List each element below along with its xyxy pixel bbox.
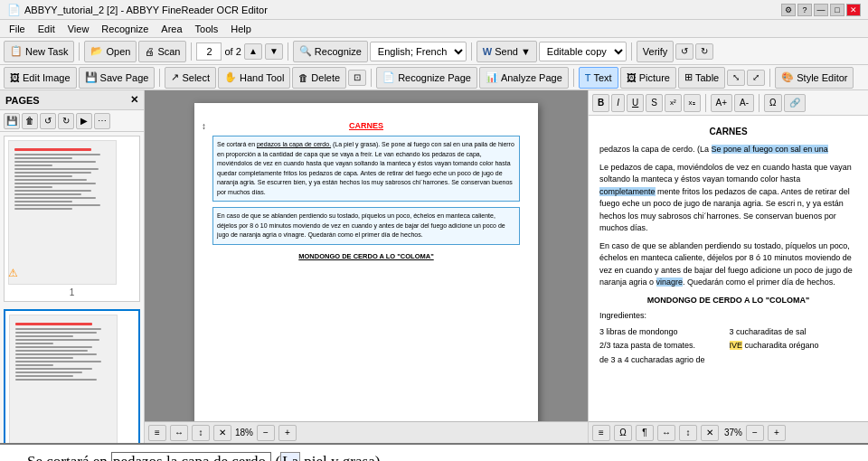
right-zoom-in-btn[interactable]: + [768,425,786,441]
save-page-button[interactable]: 💾 Save Page [79,67,156,89]
strikethrough-btn[interactable]: S [646,94,663,112]
right-special-char-btn[interactable]: Ω [614,425,632,441]
right-zoom-value: 37% [724,428,742,437]
menu-recognize[interactable]: Recognize [96,22,154,36]
large-text-preview: Se cortará en pedazos la capa de cerdo. … [0,443,868,461]
table-icon: ⊞ [684,71,693,83]
open-button[interactable]: 📂 Open [84,41,137,62]
help-btn[interactable]: ? [797,4,812,16]
close-pages-btn[interactable]: ✕ [130,94,138,106]
subscript-btn[interactable]: x₂ [684,94,701,112]
next-page-btn[interactable]: ▼ [265,43,283,60]
right-align-btn[interactable]: ≡ [592,425,610,441]
superscript-btn[interactable]: x² [665,94,682,112]
bold-btn[interactable]: B [592,94,609,112]
text-button[interactable]: T Text [579,67,618,89]
expand-btn[interactable]: ⤡ [727,70,745,86]
doc-text-block-2[interactable]: En caso de que se ablanden perdiendo su … [212,207,520,245]
special-char-btn[interactable]: Ω [764,94,781,112]
page-2-image [9,315,118,443]
rotate-left-btn[interactable]: ↺ [675,43,693,60]
redo-btn[interactable]: ↻ [58,113,74,129]
delete-button[interactable]: 🗑 Delete [292,67,346,89]
scan-button[interactable]: 🖨 Scan [138,41,186,62]
document-view[interactable]: ↕ CARNES Se cortará en pedazos la capa d… [145,90,588,421]
font-increase-btn[interactable]: A+ [711,94,733,112]
separator4 [471,42,472,61]
recognize-button[interactable]: 🔍 Recognize [293,41,368,62]
right-close2-btn[interactable]: ✕ [701,425,719,441]
text-icon: T [585,72,591,83]
link-btn[interactable]: 🔗 [784,94,806,112]
rotate-right-btn[interactable]: ↻ [695,43,713,60]
send-button[interactable]: W Send ▼ [476,41,537,62]
output-format-select[interactable]: Editable copy [539,42,627,61]
delete-page-btn[interactable]: 🗑 [22,113,38,129]
menu-view[interactable]: View [62,22,95,36]
font-decrease-btn[interactable]: A- [734,94,754,112]
shrink-btn[interactable]: ⤢ [747,70,765,86]
scan-icon: 🖨 [145,46,155,57]
center-align-btn[interactable]: ≡ [148,425,166,441]
right-fit-btn[interactable]: ↔ [657,425,675,441]
language-select[interactable]: English; French [370,42,467,61]
center-zoom-fit-btn[interactable]: ↔ [170,425,188,441]
picture-button[interactable]: 🖼 Picture [620,67,676,89]
center-zoom-in-btn[interactable]: + [278,425,297,441]
underline-btn[interactable]: U [627,94,644,112]
menu-file[interactable]: File [4,22,31,36]
italic-btn[interactable]: I [611,94,625,112]
maximize-btn[interactable]: □ [830,4,844,16]
pages-panel: PAGES ✕ 💾 🗑 ↺ ↻ ▶ ⋯ [0,90,145,443]
right-mondongo-title: MONDONGO DE CERDO A LO "COLOMA" [599,295,857,307]
separator2 [191,42,192,61]
open-icon: 📂 [90,45,103,57]
menu-area[interactable]: Area [156,22,187,36]
center-zoom-out-btn[interactable]: − [257,425,275,441]
right-formatting-toolbar: B I U S x² x₂ A+ A- Ω 🔗 [589,90,868,116]
new-task-button[interactable]: 📋 New Task [4,41,74,62]
recognize-page-button[interactable]: 📄 Recognize Page [376,67,477,89]
more-pages-btn[interactable]: ⋯ [94,113,110,129]
separator3 [288,42,288,61]
prev-page-btn[interactable]: ▲ [244,43,262,60]
hand-tool-button[interactable]: ✋ Hand Tool [218,67,290,89]
settings-btn[interactable]: ⚙ [781,4,796,16]
verify-button[interactable]: Verify [637,41,675,62]
title-bar-controls: ⚙ ? — □ ✕ [781,4,861,16]
right-para-btn[interactable]: ¶ [636,425,654,441]
menu-help[interactable]: Help [225,22,257,36]
style-editor-button[interactable]: 🎨 Style Editor [775,67,854,89]
center-zoom-height-btn[interactable]: ↕ [192,425,210,441]
menu-tools[interactable]: Tools [190,22,224,36]
edit-image-button[interactable]: 🖼 Edit Image [4,67,77,89]
minimize-btn[interactable]: — [814,4,828,16]
center-panel: ↕ CARNES Se cortará en pedazos la capa d… [145,90,588,443]
ing2-right: IVE cucharadita orégano [730,340,858,353]
page-2-thumb[interactable]: ⚠ 2 [4,309,140,443]
center-close-btn[interactable]: ✕ [213,425,231,441]
undo-btn[interactable]: ↺ [40,113,56,129]
ing1-left: 3 libras de mondongo [599,326,728,339]
recognize-all-btn[interactable]: ▶ [76,113,92,129]
page-number-input[interactable] [196,42,222,61]
right-panel: B I U S x² x₂ A+ A- Ω 🔗 CARNES pedazos l… [588,90,868,443]
table-button[interactable]: ⊞ Table [678,67,725,89]
rec-page-icon: 📄 [382,71,395,83]
more-btn[interactable]: ⊡ [348,70,366,86]
select-button[interactable]: ↗ Select [165,67,216,89]
page-1-thumb[interactable]: ⚠ 1 [4,136,140,302]
close-btn[interactable]: ✕ [846,4,861,16]
analyze-page-button[interactable]: 📊 Analyze Page [479,67,569,89]
doc-text-block-1[interactable]: Se cortará en pedazos la capa de cerdo. … [212,136,520,202]
send-dropdown-icon: ▼ [521,46,531,57]
right-height-btn[interactable]: ↕ [679,425,697,441]
large-text-line1: Se cortará en pedazos la capa de cerdo. … [27,452,384,461]
word-icon: W [483,46,492,57]
page-of-label: of 2 [224,46,241,57]
save-all-btn[interactable]: 💾 [4,113,20,129]
right-ocr-content[interactable]: CARNES pedazos la capa de cerdo. (La Se … [589,116,868,421]
right-zoom-out-btn[interactable]: − [746,425,764,441]
menu-edit[interactable]: Edit [33,22,61,36]
hand-icon: ✋ [224,71,237,83]
